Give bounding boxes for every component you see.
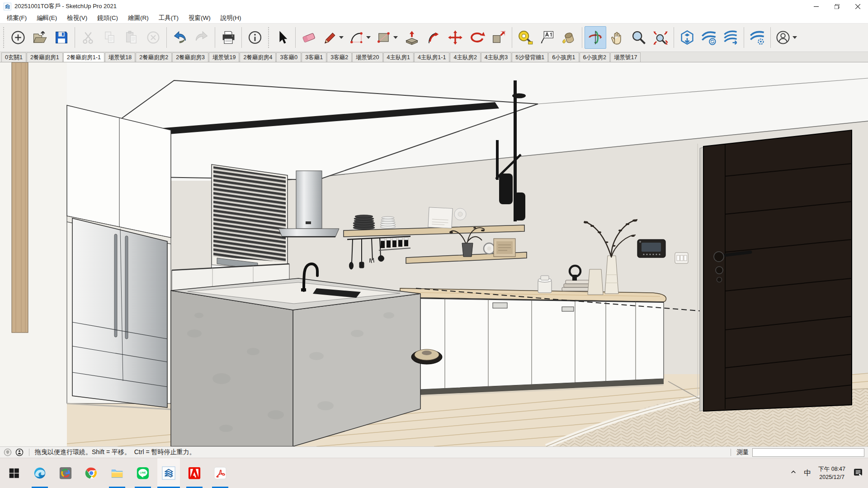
print-button[interactable] <box>217 26 239 49</box>
window-blinds[interactable] <box>212 164 288 276</box>
model-info-button[interactable] <box>244 26 266 49</box>
rectangle-tool-button[interactable] <box>374 26 401 49</box>
undo-button[interactable] <box>169 26 191 49</box>
video-intercom[interactable] <box>637 239 665 258</box>
arc-tool-button[interactable] <box>347 26 374 49</box>
model-viewport[interactable] <box>0 62 868 446</box>
menu-item-工具(T)[interactable]: 工具(T) <box>154 13 184 23</box>
scene-tab-場景號18[interactable]: 場景號18 <box>105 52 135 62</box>
taskbar-start-button[interactable] <box>3 458 25 488</box>
pan-icon <box>609 29 625 46</box>
scene-tab-4主臥房1-1[interactable]: 4主臥房1-1 <box>414 52 450 62</box>
paint-bucket-button[interactable] <box>558 26 580 49</box>
menu-item-鏡頭(C)[interactable]: 鏡頭(C) <box>92 13 123 23</box>
pan-button[interactable] <box>606 26 628 49</box>
move-button[interactable] <box>444 26 466 49</box>
base-cabinet-run[interactable] <box>400 288 666 397</box>
scene-tab-2餐廳廚房3[interactable]: 2餐廳廚房3 <box>172 52 208 62</box>
scene-tab-2餐廳廚房1[interactable]: 2餐廳廚房1 <box>27 52 63 62</box>
geolocation-icon[interactable] <box>4 448 12 456</box>
measurements-input[interactable] <box>752 448 864 457</box>
dropdown-caret-icon[interactable] <box>393 36 398 39</box>
tape-measure-button[interactable] <box>514 26 536 49</box>
concrete-island[interactable] <box>171 264 420 446</box>
taskbar-clock[interactable]: 下午 08:47 2025/12/7 <box>818 465 845 481</box>
taskbar-google-button[interactable] <box>54 458 77 488</box>
scene-tab-3客廳1[interactable]: 3客廳1 <box>302 52 326 62</box>
undo-icon <box>172 29 188 46</box>
text-button[interactable] <box>536 26 558 49</box>
refrigerator[interactable] <box>67 218 171 409</box>
minimize-button[interactable] <box>806 0 826 13</box>
paste-button[interactable] <box>121 26 142 49</box>
scale-button[interactable] <box>488 26 509 49</box>
open-button[interactable] <box>29 26 51 49</box>
eraser-button[interactable] <box>298 26 320 49</box>
scene-tab-場景號17[interactable]: 場景號17 <box>610 52 641 62</box>
follow-me-button[interactable] <box>423 26 444 49</box>
save-button[interactable] <box>51 26 72 49</box>
dropdown-caret-icon[interactable] <box>793 36 797 39</box>
taskbar-sketchup-button[interactable] <box>157 458 180 488</box>
cut-button[interactable] <box>77 26 99 49</box>
credits-icon[interactable] <box>15 448 24 456</box>
scene-tab-4主臥房2[interactable]: 4主臥房2 <box>450 52 480 62</box>
light-switch[interactable] <box>675 253 688 263</box>
taskbar-chrome-button[interactable] <box>80 458 103 488</box>
dark-entry-door[interactable] <box>700 130 852 411</box>
scene-tab-4主臥房1[interactable]: 4主臥房1 <box>383 52 414 62</box>
scene-tab-2餐廳廚房1-1[interactable]: 2餐廳廚房1-1 <box>63 52 104 62</box>
taskbar-acrobat-button[interactable] <box>209 458 231 488</box>
near-wall-panel[interactable] <box>0 62 67 446</box>
dropdown-caret-icon[interactable] <box>339 36 344 39</box>
rotate-button[interactable] <box>466 26 488 49</box>
extension-warehouse-button[interactable] <box>746 26 768 49</box>
copy-icon <box>102 29 118 46</box>
taskbar-adobe-button[interactable] <box>183 458 206 488</box>
scene-tab-場景號20[interactable]: 場景號20 <box>352 52 382 62</box>
scene-tab-4主臥房3[interactable]: 4主臥房3 <box>481 52 511 62</box>
action-center-icon[interactable] <box>853 467 863 479</box>
dropdown-caret-icon[interactable] <box>366 36 371 39</box>
taskbar-file-explorer-button[interactable] <box>106 458 128 488</box>
delete-icon <box>145 29 161 46</box>
warehouse-3d-button[interactable] <box>676 26 698 49</box>
scene-tab-2餐廳廚房2[interactable]: 2餐廳廚房2 <box>136 52 172 62</box>
close-button[interactable] <box>847 0 868 13</box>
push-pull-button[interactable] <box>401 26 423 49</box>
scene-tab-6小孩房2[interactable]: 6小孩房2 <box>580 52 610 62</box>
scene-tab-2餐廳廚房4[interactable]: 2餐廳廚房4 <box>240 52 276 62</box>
line-tool-button[interactable] <box>320 26 347 49</box>
scene-tab-5沙發背牆1[interactable]: 5沙發背牆1 <box>512 52 548 62</box>
hidden-icons-chevron-icon[interactable] <box>790 469 797 477</box>
delete-button[interactable] <box>142 26 164 49</box>
scene-tab-3客廳0[interactable]: 3客廳0 <box>276 52 301 62</box>
scene-tab-場景號19[interactable]: 場景號19 <box>209 52 239 62</box>
orbit-button[interactable] <box>585 26 606 49</box>
select-button[interactable] <box>271 26 293 49</box>
taskbar-line-button[interactable]: LINE <box>132 458 154 488</box>
scene-tab-0玄關1[interactable]: 0玄關1 <box>1 52 26 62</box>
menu-item-檔案(F)[interactable]: 檔案(F) <box>2 13 32 23</box>
adobe-icon <box>188 466 201 480</box>
sign-in-button[interactable] <box>773 26 800 49</box>
restore-button[interactable] <box>826 0 847 13</box>
ime-indicator[interactable]: 中 <box>804 469 811 478</box>
scene-tab-3客廳2[interactable]: 3客廳2 <box>327 52 352 62</box>
share-component-button[interactable] <box>720 26 741 49</box>
new-button[interactable] <box>7 26 29 49</box>
scene-tab-6小孩房1[interactable]: 6小孩房1 <box>548 52 579 62</box>
menu-item-檢視(V)[interactable]: 檢視(V) <box>62 13 92 23</box>
toolbar-grip[interactable] <box>3 27 6 48</box>
share-model-button[interactable] <box>698 26 720 49</box>
taskbar-edge-button[interactable] <box>28 458 51 488</box>
copy-button[interactable] <box>99 26 121 49</box>
menu-item-繪圖(R)[interactable]: 繪圖(R) <box>123 13 154 23</box>
zoom-button[interactable] <box>628 26 650 49</box>
redo-button[interactable] <box>191 26 212 49</box>
menu-item-說明(H)[interactable]: 說明(H) <box>216 13 246 23</box>
menu-item-編輯(E)[interactable]: 編輯(E) <box>32 13 62 23</box>
wood-wall-strip[interactable] <box>12 62 28 333</box>
zoom-extents-button[interactable] <box>650 26 671 49</box>
menu-item-視窗(W)[interactable]: 視窗(W) <box>184 13 216 23</box>
